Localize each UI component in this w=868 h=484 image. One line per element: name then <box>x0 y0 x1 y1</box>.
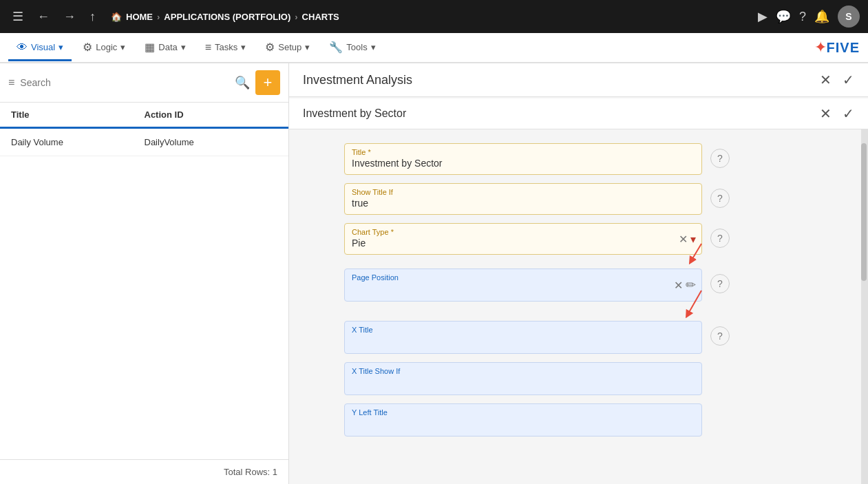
field-page-position-label: Page Position <box>352 273 653 282</box>
breadcrumb-applications[interactable]: APPLICATIONS (PORTFOLIO) <box>164 12 290 22</box>
sub-panel-confirm-icon[interactable]: ✓ <box>843 105 854 122</box>
search-input[interactable] <box>20 77 229 88</box>
nav-logic[interactable]: ⚙ Logic ▾ <box>74 35 134 61</box>
avatar[interactable]: S <box>838 6 860 28</box>
help-icon[interactable]: ? <box>799 10 806 24</box>
page-position-clear-icon[interactable]: ✕ <box>674 279 683 292</box>
nav-tasks-label: Tasks <box>215 42 237 52</box>
nav-tools[interactable]: 🔧 Tools ▾ <box>321 35 383 61</box>
up-icon[interactable]: ↑ <box>85 7 100 27</box>
form-area: Title * Investment by Sector ? Show Titl… <box>289 129 861 484</box>
breadcrumb-home[interactable]: HOME <box>126 12 153 22</box>
nav-logic-chevron: ▾ <box>120 42 125 52</box>
top-navigation: ☰ ← → ↑ 🏠 HOME › APPLICATIONS (PORTFOLIO… <box>0 0 868 33</box>
field-chart-type-help[interactable]: ? <box>710 229 730 248</box>
svg-line-3 <box>688 291 701 315</box>
field-chart-type-value: Pie <box>352 238 366 249</box>
sub-panel-header: Investment by Sector ✕ ✓ <box>289 98 868 129</box>
breadcrumb: 🏠 HOME › APPLICATIONS (PORTFOLIO) › CHAR… <box>111 12 339 22</box>
nav-visual-label: Visual <box>31 42 55 52</box>
row-action-id: DailyVolume <box>145 137 278 147</box>
play-icon[interactable]: ▶ <box>758 9 768 24</box>
scrollbar[interactable] <box>861 129 868 484</box>
panel-header-actions: ✕ ✓ <box>820 72 854 88</box>
panel-close-icon[interactable]: ✕ <box>820 72 832 88</box>
right-content-wrapper: Title * Investment by Sector ? Show Titl… <box>289 129 868 484</box>
chart-type-dropdown-icon[interactable]: ▾ <box>690 233 696 246</box>
nav-setup[interactable]: ⚙ Setup ▾ <box>257 35 318 61</box>
field-x-title-label: X Title <box>352 326 695 334</box>
table-row[interactable]: Daily Volume DailyVolume <box>0 129 288 156</box>
breadcrumb-charts[interactable]: CHARTS <box>302 12 339 22</box>
field-show-title[interactable]: Show Title If true <box>344 183 702 215</box>
field-show-title-help[interactable]: ? <box>710 189 730 208</box>
scrollbar-thumb[interactable] <box>861 143 867 281</box>
sub-panel-actions: ✕ ✓ <box>820 105 854 122</box>
add-button[interactable]: + <box>255 70 280 95</box>
field-title[interactable]: Title * Investment by Sector <box>344 143 702 175</box>
sidebar: ≡ 🔍 + Title Action ID Daily Volume Daily… <box>0 63 289 484</box>
field-y-left-title-wrap: Y Left Title <box>344 403 702 436</box>
right-panel: Investment Analysis ✕ ✓ Investment by Se… <box>289 63 868 484</box>
five-logo-area: ✦ FIVE <box>814 39 860 56</box>
field-show-title-label: Show Title If <box>352 188 695 196</box>
visual-icon: 👁 <box>17 41 28 54</box>
field-y-left-title[interactable]: Y Left Title <box>344 403 702 436</box>
field-page-position-help[interactable]: ? <box>710 274 730 293</box>
nav-tools-label: Tools <box>346 42 367 52</box>
svg-line-1 <box>691 244 701 261</box>
setup-icon: ⚙ <box>265 41 275 54</box>
field-x-title-show-label: X Title Show If <box>352 367 695 375</box>
field-title-row: Title * Investment by Sector ? <box>344 143 861 175</box>
chart-type-clear-icon[interactable]: ✕ <box>679 233 688 246</box>
nav-visual-chevron: ▾ <box>59 42 63 52</box>
sub-panel-close-icon[interactable]: ✕ <box>820 105 832 122</box>
panel-header: Investment Analysis ✕ ✓ <box>289 63 868 97</box>
field-title-wrap: Title * Investment by Sector <box>344 143 702 175</box>
forward-icon[interactable]: → <box>59 7 80 27</box>
field-x-title-help[interactable]: ? <box>710 326 730 346</box>
field-chart-type-label: Chart Type * <box>352 228 660 236</box>
logic-icon: ⚙ <box>83 41 92 54</box>
field-chart-type[interactable]: Chart Type * Pie ✕ ▾ <box>344 223 702 255</box>
search-submit-icon[interactable]: 🔍 <box>235 75 250 90</box>
nav-tools-chevron: ▾ <box>371 42 376 52</box>
nav-data-chevron: ▾ <box>181 42 186 52</box>
page-position-edit-icon[interactable]: ✏ <box>686 277 696 293</box>
sidebar-search-bar: ≡ 🔍 + <box>0 63 288 103</box>
field-x-title-row: X Title ? <box>344 321 861 354</box>
back-icon[interactable]: ← <box>33 7 54 27</box>
filter-icon: ≡ <box>8 76 14 89</box>
field-x-title[interactable]: X Title <box>344 321 702 354</box>
nav-setup-label: Setup <box>278 42 301 52</box>
search-icon[interactable]: 💬 <box>776 9 791 24</box>
panel-confirm-icon[interactable]: ✓ <box>843 72 854 88</box>
total-rows-label: Total Rows: 1 <box>224 467 277 477</box>
field-page-position[interactable]: Page Position ✕ ✏ <box>344 269 702 302</box>
bell-icon[interactable]: 🔔 <box>814 9 829 24</box>
sidebar-footer: Total Rows: 1 <box>0 459 288 484</box>
field-show-title-value: true <box>352 198 368 209</box>
field-x-title-show-wrap: X Title Show If <box>344 362 702 395</box>
col-action-header: Action ID <box>145 109 278 120</box>
field-title-label: Title * <box>352 148 695 156</box>
nav-visual[interactable]: 👁 Visual ▾ <box>8 36 72 61</box>
nav-tasks[interactable]: ≡ Tasks ▾ <box>197 36 255 61</box>
col-title-header: Title <box>11 109 145 120</box>
form-container: Title * Investment by Sector ? Show Titl… <box>289 129 861 484</box>
tools-icon: 🔧 <box>329 41 343 54</box>
nav-data[interactable]: ▦ Data ▾ <box>136 35 193 61</box>
field-x-title-show[interactable]: X Title Show If <box>344 362 702 395</box>
breadcrumb-sep-1: › <box>157 12 160 22</box>
field-title-value: Investment by Sector <box>352 158 443 169</box>
hamburger-icon[interactable]: ☰ <box>8 6 28 27</box>
field-y-left-title-label: Y Left Title <box>352 408 695 417</box>
field-chart-type-wrap: Chart Type * Pie ✕ ▾ <box>344 223 702 255</box>
main-layout: ≡ 🔍 + Title Action ID Daily Volume Daily… <box>0 63 868 484</box>
field-title-help[interactable]: ? <box>710 149 730 168</box>
field-page-position-wrap: Page Position ✕ ✏ <box>344 269 702 302</box>
page-position-controls: ✕ ✏ <box>674 277 696 293</box>
table-header: Title Action ID <box>0 103 288 129</box>
field-show-title-wrap: Show Title If true <box>344 183 702 215</box>
field-x-title-show-row: X Title Show If <box>344 362 861 395</box>
